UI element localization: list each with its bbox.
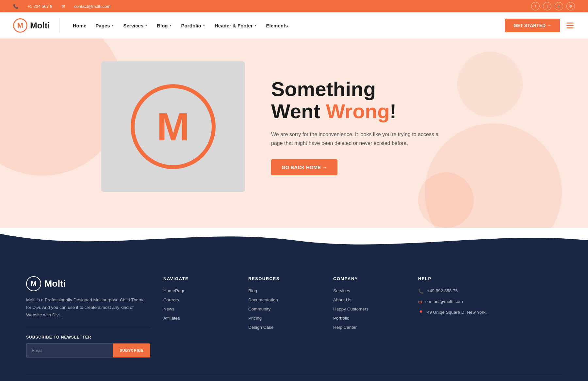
twitter-icon[interactable]: t [543,2,551,10]
logo-letter: M [17,22,23,29]
nav-portfolio[interactable]: Portfolio ▼ [177,20,209,31]
hamburger-menu[interactable] [565,21,575,30]
help-email: contact@molti.com [425,299,463,304]
nav-elements[interactable]: Elements [262,20,292,31]
location-icon: 📍 [418,310,424,315]
top-bar-left: 📞 +1 234 567 8 ✉ contact@molti.com [13,4,110,9]
hero-image-box: M [101,61,245,192]
hero-content: M Something Went Wrong! We are sorry for… [82,61,506,192]
footer-bottom: © Copyright Molti 2020. Made with ♥ Sama… [26,374,562,381]
instagram-icon[interactable]: in [555,2,563,10]
resources-pricing[interactable]: Pricing [248,316,320,321]
resources-design-case[interactable]: Design Case [248,325,320,330]
hero-logo-circle: M [131,84,216,169]
navigate-title: NAVIGATE [163,276,235,281]
footer-logo-circle: M [26,276,41,291]
help-title: HELP [418,276,510,281]
company-happy-customers[interactable]: Happy Customers [333,307,405,311]
phone-icon: 📞 [418,289,424,294]
footer-resources-col: RESOURCES Blog Documentation Community P… [248,276,320,357]
nav-pages[interactable]: Pages ▼ [91,20,118,31]
newsletter-email-input[interactable] [26,343,113,357]
nav-links: Home Pages ▼ Services ▼ Blog ▼ Portfolio… [60,20,292,31]
logo-text: Molti [30,21,50,31]
resources-title: RESOURCES [248,276,320,281]
nav-header-footer[interactable]: Header & Footer ▼ [211,20,261,31]
hamburger-line [566,23,574,24]
wave-divider [0,227,588,253]
phone-number: +1 234 567 8 [27,4,52,9]
footer-company-col: COMPANY Services About Us Happy Customer… [333,276,405,357]
hero-section: M Something Went Wrong! We are sorry for… [0,39,588,228]
navbar-left: M Molti Home Pages ▼ Services ▼ Blog ▼ P… [13,18,292,33]
hamburger-line [566,27,574,28]
footer-description: Molti is a Professionally Designed Multi… [26,296,150,319]
navigate-news[interactable]: News [163,307,235,311]
hero-text: Something Went Wrong! We are sorry for t… [271,78,441,175]
company-about[interactable]: About Us [333,297,405,302]
footer-navigate-col: NAVIGATE HomePage Careers News Affiliate… [163,276,235,357]
chevron-down-icon: ▼ [203,24,205,27]
nav-services[interactable]: Services ▼ [119,20,152,31]
help-phone: +49 892 358 75 [427,288,458,293]
facebook-icon[interactable]: f [531,2,540,10]
get-started-button[interactable]: GET STARTED → [505,19,560,32]
subscribe-button[interactable]: SUBSCRIBE [113,343,150,357]
chevron-down-icon: ▼ [254,24,257,27]
chevron-down-icon: ▼ [111,24,114,27]
footer: M Molti Molti is a Professionally Design… [0,253,588,381]
nav-home[interactable]: Home [69,20,90,31]
navbar-right: GET STARTED → [505,19,575,32]
help-phone-row: 📞 +49 892 358 75 [418,288,510,294]
footer-logo[interactable]: M Molti [26,276,150,291]
footer-divider [26,327,150,327]
settings-icon[interactable]: ⚙ [566,2,575,10]
chevron-down-icon: ▼ [169,24,172,27]
company-services[interactable]: Services [333,288,405,293]
footer-brand-col: M Molti Molti is a Professionally Design… [26,276,150,357]
nav-blog[interactable]: Blog ▼ [153,20,176,31]
email-icon: ✉ [61,4,65,9]
email-icon: ✉ [418,299,422,305]
footer-top: M Molti Molti is a Professionally Design… [26,276,562,374]
hamburger-line [566,25,574,26]
navigate-homepage[interactable]: HomePage [163,288,235,293]
resources-documentation[interactable]: Documentation [248,297,320,302]
navigate-careers[interactable]: Careers [163,297,235,302]
navigate-affiliates[interactable]: Affiliates [163,316,235,321]
company-portfolio[interactable]: Portfolio [333,316,405,321]
top-bar: 📞 +1 234 567 8 ✉ contact@molti.com f t i… [0,0,588,12]
footer-help-col: HELP 📞 +49 892 358 75 ✉ contact@molti.co… [418,276,510,357]
logo-circle: M [13,18,27,33]
chevron-down-icon: ▼ [145,24,148,27]
go-back-home-button[interactable]: GO BACK HOME → [271,159,337,175]
help-email-row: ✉ contact@molti.com [418,299,510,305]
error-heading: Something Went Wrong! [271,78,441,122]
newsletter-form: SUBSCRIBE [26,343,150,357]
resources-blog[interactable]: Blog [248,288,320,293]
hero-logo-letter: M [157,107,189,146]
company-title: COMPANY [333,276,405,281]
navbar: M Molti Home Pages ▼ Services ▼ Blog ▼ P… [0,12,588,39]
subscribe-label: SUBSCRIBE TO NEWSLETTER [26,335,150,340]
company-help-center[interactable]: Help Center [333,325,405,330]
email-address: contact@molti.com [74,4,110,9]
resources-community[interactable]: Community [248,307,320,311]
logo[interactable]: M Molti [13,18,60,33]
top-bar-right: f t in ⚙ [531,2,575,10]
help-address: 49 Uniqe Square D, New York, [427,310,487,315]
error-description: We are sorry for the inconvenience. It l… [271,130,441,148]
help-address-row: 📍 49 Uniqe Square D, New York, [418,310,510,315]
phone-icon: 📞 [13,4,18,9]
